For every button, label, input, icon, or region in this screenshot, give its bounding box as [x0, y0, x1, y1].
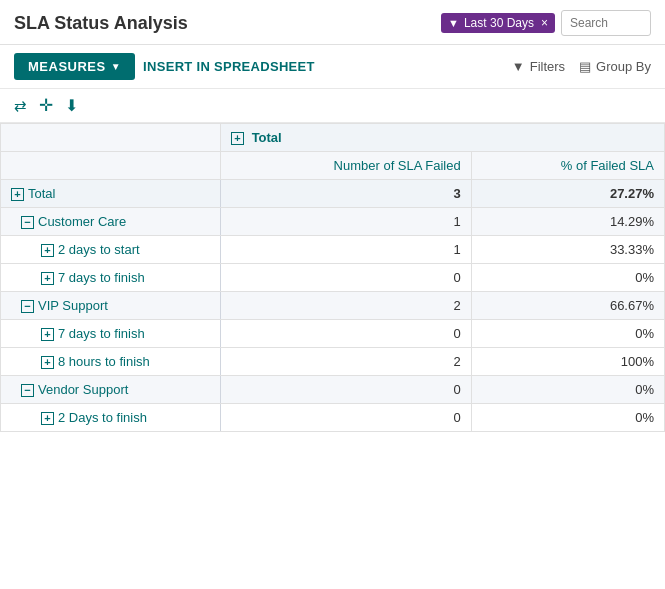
filter-tag-label: Last 30 Days [464, 16, 534, 30]
expand-icon[interactable]: + [41, 412, 54, 425]
table-row: −VIP Support266.67% [1, 292, 665, 320]
header-controls: ▼ Last 30 Days × [441, 10, 651, 36]
row-label-cell: −Vendor Support [1, 376, 221, 404]
expand-icon[interactable]: + [41, 244, 54, 257]
row-value-cell: 100% [471, 348, 664, 376]
row-value-cell: 0 [221, 376, 472, 404]
chevron-down-icon: ▼ [111, 61, 121, 72]
table-row: −Customer Care114.29% [1, 208, 665, 236]
expand-icon[interactable]: + [41, 272, 54, 285]
table-row: +8 hours to finish2100% [1, 348, 665, 376]
table-corner-cell [1, 124, 221, 152]
header: SLA Status Analysis ▼ Last 30 Days × [0, 0, 665, 45]
toolbar-right: ▼ Filters ▤ Group By [512, 59, 651, 74]
row-label-cell: +7 days to finish [1, 264, 221, 292]
row-value-cell: 1 [221, 208, 472, 236]
page-title: SLA Status Analysis [14, 13, 188, 34]
transfer-icon-button[interactable]: ⇄ [14, 97, 27, 115]
table-row: +Total327.27% [1, 180, 665, 208]
groupby-icon: ▤ [579, 59, 591, 74]
minus-icon[interactable]: − [21, 384, 34, 397]
table-row: +7 days to finish00% [1, 320, 665, 348]
row-label-text: 7 days to finish [58, 326, 145, 341]
row-value-cell: 0 [221, 264, 472, 292]
filter-tag-close[interactable]: × [541, 16, 548, 30]
table-row: +2 Days to finish00% [1, 404, 665, 432]
table-col-label-empty [1, 152, 221, 180]
insert-spreadsheet-button[interactable]: INSERT IN SPREADSHEET [143, 59, 315, 74]
expand-icon[interactable]: + [41, 328, 54, 341]
funnel-icon: ▼ [448, 17, 459, 29]
row-value-cell: 66.67% [471, 292, 664, 320]
table-group-header: + Total [221, 124, 665, 152]
icon-row: ⇄ ✛ ⬇ [0, 89, 665, 123]
row-label-cell: +2 days to start [1, 236, 221, 264]
table-row: +2 days to start133.33% [1, 236, 665, 264]
row-value-cell: 2 [221, 292, 472, 320]
table-col-header-2: % of Failed SLA [471, 152, 664, 180]
table-row: −Vendor Support00% [1, 376, 665, 404]
row-label-text: 8 hours to finish [58, 354, 150, 369]
row-value-cell: 0% [471, 264, 664, 292]
row-label-cell: −Customer Care [1, 208, 221, 236]
search-input[interactable] [561, 10, 651, 36]
row-value-cell: 14.29% [471, 208, 664, 236]
minus-icon[interactable]: − [21, 300, 34, 313]
row-label-cell: +8 hours to finish [1, 348, 221, 376]
expand-icon[interactable]: + [11, 188, 24, 201]
toolbar: MEASURES ▼ INSERT IN SPREADSHEET ▼ Filte… [0, 45, 665, 89]
row-label-text: VIP Support [38, 298, 108, 313]
row-label-text: 2 Days to finish [58, 410, 147, 425]
row-label-cell: +2 Days to finish [1, 404, 221, 432]
row-value-cell: 3 [221, 180, 472, 208]
row-label-text: 7 days to finish [58, 270, 145, 285]
row-value-cell: 0 [221, 404, 472, 432]
row-value-cell: 0% [471, 320, 664, 348]
measures-label: MEASURES [28, 59, 106, 74]
filters-button[interactable]: ▼ Filters [512, 59, 565, 74]
minus-icon[interactable]: − [21, 216, 34, 229]
row-value-cell: 2 [221, 348, 472, 376]
row-value-cell: 27.27% [471, 180, 664, 208]
row-value-cell: 0 [221, 320, 472, 348]
row-value-cell: 0% [471, 376, 664, 404]
expand-icon[interactable]: + [41, 356, 54, 369]
row-value-cell: 1 [221, 236, 472, 264]
measures-button[interactable]: MEASURES ▼ [14, 53, 135, 80]
filter-icon: ▼ [512, 59, 525, 74]
row-label-cell: −VIP Support [1, 292, 221, 320]
row-label-text: Vendor Support [38, 382, 128, 397]
row-label-text: Customer Care [38, 214, 126, 229]
download-icon-button[interactable]: ⬇ [65, 96, 78, 115]
group-header-expand-icon[interactable]: + [231, 132, 244, 145]
row-label-text: 2 days to start [58, 242, 140, 257]
group-header-label: Total [252, 130, 282, 145]
groupby-button[interactable]: ▤ Group By [579, 59, 651, 74]
data-table: + Total Number of SLA Failed % of Failed… [0, 123, 665, 432]
row-label-cell: +7 days to finish [1, 320, 221, 348]
table-col-header-1: Number of SLA Failed [221, 152, 472, 180]
filter-tag[interactable]: ▼ Last 30 Days × [441, 13, 555, 33]
groupby-label: Group By [596, 59, 651, 74]
move-icon-button[interactable]: ✛ [39, 95, 53, 116]
row-label-text: Total [28, 186, 55, 201]
data-table-wrap: + Total Number of SLA Failed % of Failed… [0, 123, 665, 432]
row-value-cell: 0% [471, 404, 664, 432]
table-row: +7 days to finish00% [1, 264, 665, 292]
row-value-cell: 33.33% [471, 236, 664, 264]
filters-label: Filters [530, 59, 565, 74]
toolbar-left: MEASURES ▼ INSERT IN SPREADSHEET [14, 53, 315, 80]
row-label-cell: +Total [1, 180, 221, 208]
